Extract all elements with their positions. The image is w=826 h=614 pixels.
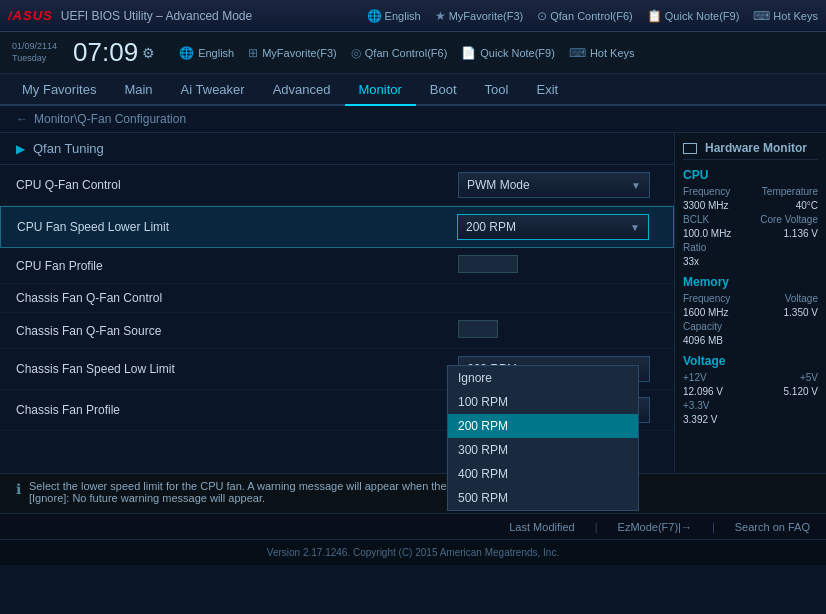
- dropdown-arrow-icon-2: ▼: [630, 222, 640, 233]
- dropdown-popup: Ignore 100 RPM 200 RPM 300 RPM 400 RPM 5…: [447, 365, 639, 511]
- setting-label-chassis-source: Chassis Fan Q-Fan Source: [16, 324, 458, 338]
- nav-item-exit[interactable]: Exit: [522, 74, 572, 106]
- qfan-toolbar-item[interactable]: ◎ Qfan Control(F6): [351, 46, 448, 60]
- back-arrow-icon[interactable]: ←: [16, 112, 28, 126]
- hw-label-temperature: Temperature: [762, 186, 818, 197]
- day-value: Tuesday: [12, 53, 57, 65]
- nav-item-ai-tweaker[interactable]: Ai Tweaker: [167, 74, 259, 106]
- hw-row-ratio-value: 33x: [683, 256, 818, 267]
- hw-cpu-section: CPU Frequency Temperature 3300 MHz 40°C …: [683, 168, 818, 267]
- quick-note-item[interactable]: 📋 Quick Note(F9): [647, 9, 740, 23]
- copyright-text: Version 2.17.1246. Copyright (C) 2015 Am…: [267, 547, 559, 558]
- hw-cpu-title: CPU: [683, 168, 818, 182]
- hw-voltage-title: Voltage: [683, 354, 818, 368]
- dropdown-option-ignore[interactable]: Ignore: [448, 366, 638, 390]
- datetime-bar: 01/09/2114 Tuesday 07:09 ⚙ 🌐 English ⊞ M…: [0, 32, 826, 74]
- nav-menu: My Favorites Main Ai Tweaker Advanced Mo…: [0, 74, 826, 106]
- hw-value-mem-voltage: 1.350 V: [784, 307, 818, 318]
- setting-label-chassis-qfan: Chassis Fan Q-Fan Control: [16, 291, 458, 305]
- hw-row-mem-labels: Frequency Voltage: [683, 293, 818, 304]
- hw-label-5v: +5V: [800, 372, 818, 383]
- hw-label-ratio: Ratio: [683, 242, 706, 253]
- info-icon: ℹ: [16, 481, 21, 497]
- footer-link-ezmode[interactable]: EzMode(F7)|→: [618, 521, 692, 533]
- setting-label-chassis-profile: Chassis Fan Profile: [16, 403, 458, 417]
- hw-value-mem-freq: 1600 MHz: [683, 307, 729, 318]
- hw-label-12v: +12V: [683, 372, 707, 383]
- hw-memory-title: Memory: [683, 275, 818, 289]
- breadcrumb-path: Monitor\Q-Fan Configuration: [34, 112, 186, 126]
- setting-label-fan-speed-limit: CPU Fan Speed Lower Limit: [17, 220, 457, 234]
- bios-title: UEFI BIOS Utility – Advanced Mode: [61, 9, 252, 23]
- dropdown-fan-speed-value: 200 RPM: [466, 220, 516, 234]
- hw-monitor-title: Hardware Monitor: [683, 141, 818, 160]
- nav-item-main[interactable]: Main: [110, 74, 166, 106]
- hw-label-mem-voltage: Voltage: [785, 293, 818, 304]
- nav-item-monitor[interactable]: Monitor: [345, 74, 416, 106]
- setting-label-cpu-qfan: CPU Q-Fan Control: [16, 178, 458, 192]
- hw-row-ratio-label: Ratio: [683, 242, 818, 253]
- footer-link-faq[interactable]: Search on FAQ: [735, 521, 810, 533]
- hw-row-33v-value: 3.392 V: [683, 414, 818, 425]
- cpu-fan-profile-box: [458, 255, 518, 273]
- note-toolbar-label: Quick Note(F9): [480, 47, 555, 59]
- footer-links: Last Modified | EzMode(F7)|→ | Search on…: [509, 521, 810, 533]
- section-toggle-icon[interactable]: ▶: [16, 142, 25, 156]
- footer-separator-2: |: [712, 521, 715, 533]
- hw-value-bclk: 100.0 MHz: [683, 228, 731, 239]
- fav-toolbar-label: MyFavorite(F3): [262, 47, 337, 59]
- nav-item-boot[interactable]: Boot: [416, 74, 471, 106]
- dropdown-option-500rpm[interactable]: 500 RPM: [448, 486, 638, 510]
- settings-icon[interactable]: ⚙: [142, 45, 155, 61]
- fav-toolbar-item[interactable]: ⊞ MyFavorite(F3): [248, 46, 337, 60]
- lang-toolbar-item[interactable]: 🌐 English: [179, 46, 234, 60]
- dropdown-option-300rpm[interactable]: 300 RPM: [448, 438, 638, 462]
- hw-row-volt-values: 12.096 V 5.120 V: [683, 386, 818, 397]
- nav-item-favorites[interactable]: My Favorites: [8, 74, 110, 106]
- setting-label-chassis-speed-limit: Chassis Fan Speed Low Limit: [16, 362, 458, 376]
- setting-row-fan-speed-limit: CPU Fan Speed Lower Limit 200 RPM ▼: [0, 206, 674, 248]
- language-item[interactable]: 🌐 English: [367, 9, 421, 23]
- dropdown-option-200rpm[interactable]: 200 RPM: [448, 414, 638, 438]
- section-title: Qfan Tuning: [33, 141, 104, 156]
- dropdown-fan-speed-limit[interactable]: 200 RPM ▼: [457, 214, 649, 240]
- monitor-icon: [683, 143, 697, 154]
- setting-value-cpu-qfan: PWM Mode ▼: [458, 172, 658, 198]
- section-header: ▶ Qfan Tuning: [0, 133, 674, 165]
- hw-row-freq-values: 3300 MHz 40°C: [683, 200, 818, 211]
- setting-value-chassis-source: [458, 320, 658, 341]
- hotkeys-toolbar-item[interactable]: ⌨ Hot Keys: [569, 46, 635, 60]
- note-toolbar-item[interactable]: 📄 Quick Note(F9): [461, 46, 555, 60]
- setting-row-cpu-qfan: CPU Q-Fan Control PWM Mode ▼: [0, 165, 674, 206]
- hw-row-33v-label: +3.3V: [683, 400, 818, 411]
- footer-link-last-modified[interactable]: Last Modified: [509, 521, 574, 533]
- hotkeys-toolbar-label: Hot Keys: [590, 47, 635, 59]
- dropdown-cpu-qfan[interactable]: PWM Mode ▼: [458, 172, 650, 198]
- hw-value-33v: 3.392 V: [683, 414, 717, 425]
- nav-item-tool[interactable]: Tool: [471, 74, 523, 106]
- language-label: English: [385, 10, 421, 22]
- dropdown-arrow-icon: ▼: [631, 180, 641, 191]
- qfan-item[interactable]: ⊙ Qfan Control(F6): [537, 9, 633, 23]
- breadcrumb: ← Monitor\Q-Fan Configuration: [0, 106, 826, 133]
- my-favorite-item[interactable]: ★ MyFavorite(F3): [435, 9, 524, 23]
- lang-toolbar-label: English: [198, 47, 234, 59]
- dropdown-option-400rpm[interactable]: 400 RPM: [448, 462, 638, 486]
- hw-row-volt-labels: +12V +5V: [683, 372, 818, 383]
- hot-keys-item[interactable]: ⌨ Hot Keys: [753, 9, 818, 23]
- dropdown-option-100rpm[interactable]: 100 RPM: [448, 390, 638, 414]
- nav-item-advanced[interactable]: Advanced: [259, 74, 345, 106]
- toolbar-items: 🌐 English ⊞ MyFavorite(F3) ◎ Qfan Contro…: [179, 46, 634, 60]
- header-bar: /ASUS UEFI BIOS Utility – Advanced Mode …: [0, 0, 826, 32]
- info-bar: ℹ Select the lower speed limit for the C…: [0, 473, 826, 513]
- hw-value-frequency: 3300 MHz: [683, 200, 729, 211]
- hw-voltage-section: Voltage +12V +5V 12.096 V 5.120 V +3.3V …: [683, 354, 818, 425]
- hw-label-bclk: BCLK: [683, 214, 709, 225]
- hw-label-33v: +3.3V: [683, 400, 709, 411]
- hw-row-bclk-values: 100.0 MHz 1.136 V: [683, 228, 818, 239]
- hw-value-capacity: 4096 MB: [683, 335, 723, 346]
- logo-area: /ASUS UEFI BIOS Utility – Advanced Mode: [8, 8, 252, 23]
- setting-value-cpu-fan-profile: [458, 255, 658, 276]
- setting-row-chassis-source: Chassis Fan Q-Fan Source: [0, 313, 674, 349]
- hw-row-capacity-label: Capacity: [683, 321, 818, 332]
